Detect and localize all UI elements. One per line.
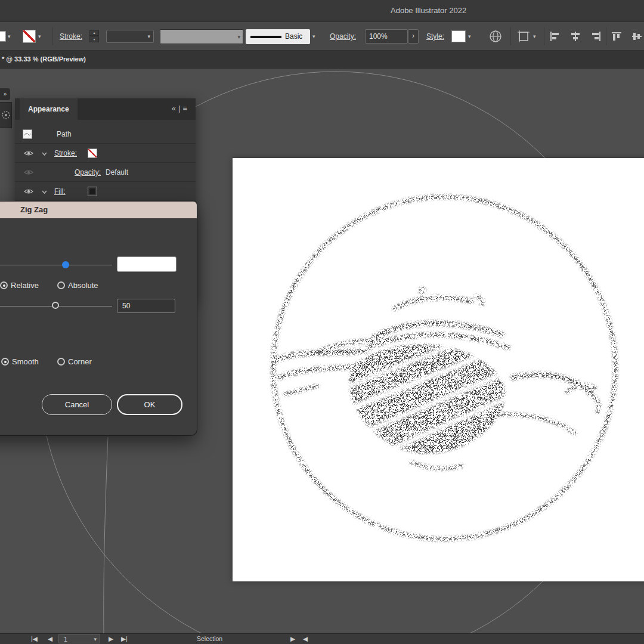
- basic-brush-stroke-preview: [250, 36, 281, 38]
- status-tool-label: Selection: [197, 635, 222, 642]
- stepper-up-icon[interactable]: ▴: [89, 30, 99, 36]
- document-tab[interactable]: * @ 33.33 % (RGB/Preview): [2, 55, 86, 63]
- caret-down-icon[interactable]: ▾: [533, 34, 536, 39]
- separator: [544, 27, 544, 45]
- align-top-icon[interactable]: [612, 32, 623, 41]
- previous-artboard-button[interactable]: ◀: [48, 635, 52, 642]
- cancel-button[interactable]: Cancel: [42, 394, 112, 415]
- visibility-eye-icon[interactable]: [24, 169, 33, 176]
- opacity-input[interactable]: 100%: [365, 29, 408, 44]
- fill-row-label[interactable]: Fill:: [54, 187, 66, 196]
- stroke-weight-stepper[interactable]: ▴ ▾: [89, 30, 99, 43]
- opacity-row-value: Default: [106, 168, 128, 177]
- separator: [510, 27, 511, 45]
- ridges-input[interactable]: 50: [117, 299, 175, 313]
- artboard-number-dropdown[interactable]: 1 ▾: [58, 634, 100, 643]
- caret-down-icon: ▾: [94, 637, 97, 642]
- stipple-artwork: [233, 158, 644, 581]
- titlebar: Adobe Illustrator 2022: [0, 0, 644, 22]
- stroke-none-swatch[interactable]: [23, 30, 36, 43]
- relative-label[interactable]: Relative: [11, 281, 39, 290]
- variable-width-profile-dropdown[interactable]: ▾: [160, 29, 243, 44]
- relative-radio[interactable]: [0, 281, 8, 289]
- graphic-style-swatch[interactable]: [451, 30, 466, 42]
- chevron-down-icon[interactable]: [42, 190, 47, 194]
- appearance-row-path[interactable]: Path: [15, 125, 196, 144]
- visibility-eye-icon[interactable]: [24, 188, 33, 195]
- zigzag-dialog: Zig Zag Relative Absolute 50 Smooth Corn…: [0, 202, 197, 435]
- graphic-style-label[interactable]: Style:: [426, 32, 444, 41]
- document-tab-bar: * @ 33.33 % (RGB/Preview): [0, 51, 644, 69]
- expand-panels-button[interactable]: »: [0, 88, 10, 100]
- chevron-down-icon[interactable]: [42, 152, 47, 156]
- smooth-radio[interactable]: [1, 358, 9, 366]
- dialog-title: Zig Zag: [20, 205, 48, 214]
- corner-radio[interactable]: [57, 358, 65, 366]
- brush-name-label: Basic: [285, 32, 302, 41]
- brush-definition-dropdown[interactable]: Basic: [246, 29, 310, 44]
- size-input[interactable]: [117, 256, 177, 272]
- illustrator-window: Adobe Illustrator 2022 ▾ ▾ Stroke: ▴ ▾ ▾…: [0, 0, 644, 644]
- collapse-panel-icon[interactable]: «: [172, 104, 178, 113]
- smooth-label[interactable]: Smooth: [12, 357, 39, 366]
- control-bar: ▾ ▾ Stroke: ▴ ▾ ▾ ▾ Basic ▾ Opacity: 100…: [0, 22, 644, 51]
- separator: [606, 27, 606, 45]
- document-setup-globe-icon[interactable]: [489, 30, 502, 43]
- first-artboard-button[interactable]: |◀: [31, 635, 38, 642]
- opacity-label[interactable]: Opacity:: [330, 32, 356, 41]
- ok-button[interactable]: OK: [117, 394, 182, 415]
- appearance-row-fill[interactable]: Fill:: [15, 182, 196, 201]
- appearance-row-opacity[interactable]: Opacity: Default: [15, 163, 196, 182]
- opacity-row-label[interactable]: Opacity:: [75, 168, 101, 177]
- stroke-row-label[interactable]: Stroke:: [54, 149, 77, 157]
- visibility-eye-icon[interactable]: [24, 150, 33, 157]
- align-vertical-center-icon[interactable]: [632, 32, 643, 41]
- caret-down-icon[interactable]: ▾: [8, 34, 11, 39]
- stroke-weight-dropdown[interactable]: ▾: [106, 30, 154, 43]
- absolute-label[interactable]: Absolute: [68, 281, 98, 290]
- stroke-none-swatch[interactable]: [88, 148, 97, 158]
- artboard[interactable]: [233, 158, 644, 581]
- corner-label[interactable]: Corner: [68, 357, 92, 366]
- artboard-tool-icon[interactable]: [518, 30, 530, 42]
- zigzag-dialog-header[interactable]: Zig Zag: [0, 202, 197, 218]
- caret-down-icon[interactable]: ▾: [468, 34, 471, 39]
- last-artboard-button[interactable]: ▶|: [121, 635, 128, 642]
- fill-color-swatch[interactable]: [88, 187, 97, 196]
- fill-color-swatch[interactable]: [0, 31, 6, 42]
- appearance-panel-header: Appearance «|≡: [15, 98, 196, 120]
- color-wheel-icon: [1, 110, 11, 120]
- align-left-icon[interactable]: [550, 32, 561, 41]
- path-row-label: Path: [57, 130, 72, 138]
- align-right-icon[interactable]: [590, 32, 601, 41]
- caret-down-icon: ▾: [237, 35, 240, 40]
- status-bar: |◀ ◀ 1 ▾ ▶ ▶| Selection ▶ ◀: [0, 633, 644, 644]
- absolute-radio[interactable]: [57, 281, 65, 289]
- stroke-weight-label[interactable]: Stroke:: [60, 32, 82, 41]
- path-thumbnail: [23, 129, 32, 139]
- app-title: Adobe Illustrator 2022: [391, 6, 466, 15]
- artboard-number: 1: [64, 636, 67, 643]
- opacity-expand-button[interactable]: ›: [408, 29, 419, 44]
- appearance-tab[interactable]: Appearance: [20, 98, 78, 120]
- size-slider-handle[interactable]: [62, 261, 69, 268]
- collapsed-panel-dock[interactable]: [0, 102, 12, 128]
- size-slider-track[interactable]: [0, 265, 112, 265]
- align-horizontal-center-icon[interactable]: [570, 32, 581, 41]
- appearance-row-stroke[interactable]: Stroke:: [15, 144, 196, 163]
- caret-down-icon[interactable]: ▾: [312, 34, 315, 39]
- separator: [52, 27, 53, 45]
- ridges-slider-handle[interactable]: [52, 302, 59, 309]
- next-artboard-button[interactable]: ▶: [109, 635, 113, 642]
- status-menu-left-icon[interactable]: ◀: [303, 635, 308, 642]
- status-menu-right-icon[interactable]: ▶: [290, 635, 295, 642]
- stepper-down-icon[interactable]: ▾: [89, 36, 99, 42]
- caret-down-icon: ▾: [147, 34, 150, 39]
- caret-down-icon[interactable]: ▾: [38, 34, 41, 39]
- panel-menu-icon[interactable]: ≡: [182, 104, 190, 113]
